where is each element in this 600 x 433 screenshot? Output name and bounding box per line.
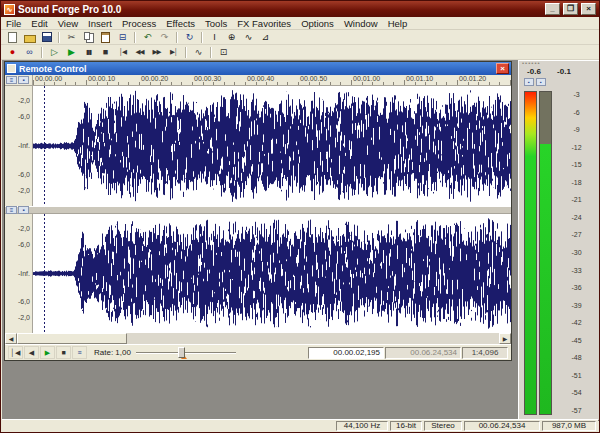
menu-item-process[interactable]: Process — [117, 17, 161, 30]
edit-tool-icon: I — [213, 32, 216, 42]
undo-button[interactable]: ↶ — [139, 30, 156, 44]
time-ruler[interactable]: 00.00.0000.00.1000.00.2000.00.3000.00.40… — [33, 75, 511, 86]
loop-playback-button[interactable]: ∞ — [21, 45, 38, 59]
magnify-tool-button[interactable]: ⊕ — [223, 30, 240, 44]
channel1-waveform[interactable] — [33, 86, 511, 206]
ruler-tick — [499, 82, 500, 85]
play-all-button[interactable]: ▷ — [46, 45, 63, 59]
ruler-tick — [256, 82, 257, 85]
maximize-button[interactable]: ❐ — [563, 3, 578, 15]
horizontal-scrollbar[interactable]: ◀ ▶ — [5, 333, 511, 344]
channel1-menu-button[interactable]: ≡ — [6, 76, 17, 84]
menu-item-effects[interactable]: Effects — [161, 17, 200, 30]
scrollbar-thumb[interactable] — [17, 333, 127, 344]
ruler-tick — [319, 82, 320, 85]
channel2-menu-button[interactable]: ≡ — [6, 206, 17, 214]
status-length: 00.06.24,534 — [464, 421, 540, 431]
rewind-button[interactable]: ◀◀ — [131, 45, 148, 59]
channel2-level-ruler[interactable]: -2,0-6,0-Inf.-6,0-2,0 — [5, 214, 33, 333]
meter-peak-left[interactable]: -0.6 — [519, 67, 549, 78]
scrub-button[interactable]: ∿ — [190, 45, 207, 59]
data-window-title-bar[interactable]: Remote Control × — [5, 62, 511, 75]
close-button[interactable]: × — [581, 3, 596, 15]
playbar: │◀◀▶■≡Rate: 1,00 00.00.02,195 00.06.24,5… — [5, 344, 511, 360]
wf-playbar-menu-button[interactable]: ≡ — [72, 346, 87, 359]
meter-bar-left[interactable] — [524, 91, 537, 415]
meter-hold-button[interactable]: ▪ — [524, 78, 534, 86]
status-sample-rate: 44,100 Hz — [336, 421, 388, 431]
menu-item-file[interactable]: File — [1, 17, 26, 30]
repeat-icon: ↻ — [186, 32, 194, 42]
channel-divider[interactable]: ≡ ▪ — [5, 206, 511, 214]
play-button[interactable]: ▶ — [63, 45, 80, 59]
meter-bar-right[interactable] — [539, 91, 552, 415]
menu-item-insert[interactable]: Insert — [83, 17, 117, 30]
rate-label: Rate: 1,00 — [94, 348, 131, 357]
menu-item-fx-favorites[interactable]: FX Favorites — [232, 17, 296, 30]
ruler-tick — [393, 82, 394, 85]
pencil-tool-button[interactable]: ∿ — [240, 30, 257, 44]
redo-button[interactable]: ↷ — [156, 30, 173, 44]
paste-button[interactable] — [97, 30, 114, 44]
wf-play-icon: ▶ — [45, 349, 50, 357]
remote-control-button[interactable]: ⊡ — [215, 45, 232, 59]
ruler-tick — [224, 82, 225, 85]
forward-icon: ▶▶ — [153, 47, 161, 57]
forward-button[interactable]: ▶▶ — [148, 45, 165, 59]
rate-slider-track — [136, 352, 236, 354]
wf-stop-button[interactable]: ■ — [56, 346, 71, 359]
envelope-tool-button[interactable]: ⊿ — [257, 30, 274, 44]
zoom-ratio-box[interactable]: 1:4,096 — [462, 347, 508, 359]
data-window-close-button[interactable]: × — [496, 63, 509, 74]
channel1-options-button[interactable]: ▪ — [18, 76, 29, 84]
meter-scale-label: -21 — [556, 196, 597, 203]
menu-item-tools[interactable]: Tools — [200, 17, 232, 30]
ruler-tick — [468, 82, 469, 85]
stop-icon: ■ — [103, 47, 108, 57]
menu-item-options[interactable]: Options — [296, 17, 339, 30]
app-icon: ∿ — [4, 4, 15, 15]
channel1-level-ruler[interactable]: -2,0-6,0-Inf.-6,0-2,0 — [5, 86, 33, 206]
rate-slider[interactable] — [136, 346, 236, 359]
menu-item-help[interactable]: Help — [383, 17, 413, 30]
wf-play-button[interactable]: ▶ — [40, 346, 55, 359]
wf-go-to-start-button[interactable]: │◀ — [8, 346, 23, 359]
menu-item-edit[interactable]: Edit — [26, 17, 52, 30]
edit-tool-button[interactable]: I — [206, 30, 223, 44]
repeat-button[interactable]: ↻ — [181, 30, 198, 44]
rate-slider-handle[interactable] — [178, 347, 185, 358]
cursor-position-box[interactable]: 00.00.02,195 — [308, 347, 384, 359]
meter-scale-label: -33 — [556, 267, 597, 274]
scrollbar-track[interactable] — [127, 333, 499, 344]
stop-button[interactable]: ■ — [97, 45, 114, 59]
channel2-options-button[interactable]: ▪ — [18, 206, 29, 214]
ruler-tick — [97, 82, 98, 85]
scroll-left-button[interactable]: ◀ — [5, 333, 17, 344]
selection-length-box[interactable]: 00.06.24,534 — [385, 347, 461, 359]
ruler-tick — [266, 82, 267, 85]
cut-button[interactable]: ✂ — [63, 30, 80, 44]
meter-reset-button[interactable]: ▪ — [536, 78, 546, 86]
ruler-tick — [457, 80, 458, 85]
ruler-tick — [234, 82, 235, 85]
pause-button[interactable]: ▮▮ — [80, 45, 97, 59]
db-label: -2,0 — [18, 314, 30, 321]
meter-peak-right[interactable]: -0.1 — [549, 67, 579, 78]
go-to-end-button[interactable]: ▶│ — [165, 45, 182, 59]
scroll-right-button[interactable]: ▶ — [499, 333, 511, 344]
trim-button[interactable]: ⊟ — [114, 30, 131, 44]
menu-item-window[interactable]: Window — [339, 17, 383, 30]
wf-rewind-button[interactable]: ◀ — [24, 346, 39, 359]
ruler-tick — [510, 80, 511, 85]
db-label: -Inf. — [18, 142, 30, 149]
new-button[interactable] — [4, 30, 21, 44]
channel2-waveform[interactable] — [33, 214, 511, 333]
go-to-start-button[interactable]: │◀ — [114, 45, 131, 59]
play-all-icon: ▷ — [51, 47, 58, 57]
open-button[interactable] — [21, 30, 38, 44]
record-button[interactable]: ● — [4, 45, 21, 59]
save-button[interactable] — [38, 30, 55, 44]
copy-button[interactable] — [80, 30, 97, 44]
minimize-button[interactable]: _ — [545, 3, 560, 15]
menu-item-view[interactable]: View — [53, 17, 83, 30]
